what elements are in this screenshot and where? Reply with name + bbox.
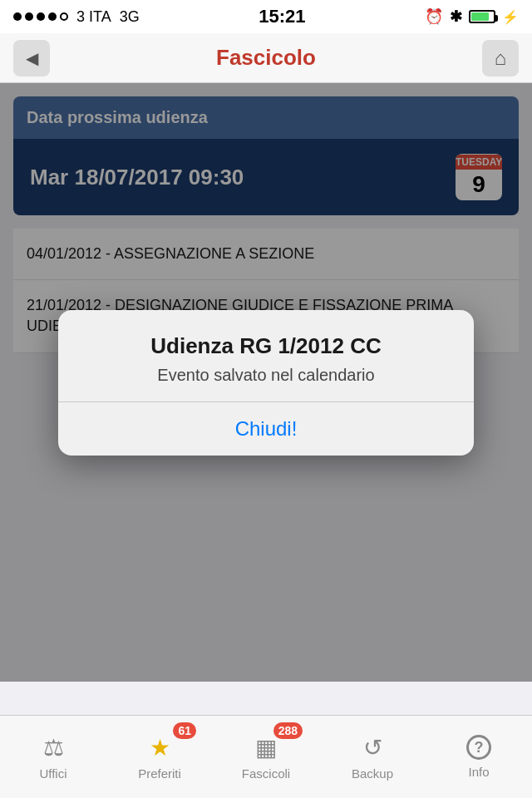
page-title: Fascicolo bbox=[216, 45, 316, 71]
battery-icon bbox=[469, 10, 495, 23]
home-icon: ⌂ bbox=[495, 47, 507, 70]
network-label: 3G bbox=[120, 8, 140, 26]
back-button[interactable]: ◀ bbox=[13, 40, 50, 76]
carrier-label: 3 ITA bbox=[76, 8, 111, 26]
status-right: ⏰ ✱ ⚡ bbox=[425, 7, 519, 26]
tab-fascicoli-label: Fascicoli bbox=[242, 766, 290, 781]
signal-dots bbox=[13, 12, 68, 21]
tab-info-label: Info bbox=[468, 765, 489, 779]
content-area: Data prossima udienza Mar 18/07/2017 09:… bbox=[0, 83, 532, 682]
tab-backup[interactable]: ↺ Backup bbox=[319, 716, 426, 798]
backup-icon: ↺ bbox=[363, 734, 382, 761]
dialog-body: Udienza RG 1/2012 CC Evento salvato nel … bbox=[58, 310, 474, 401]
fascicoli-badge: 288 bbox=[273, 722, 303, 739]
preferiti-icon: ★ bbox=[150, 734, 170, 761]
tab-uffici[interactable]: ⚖ Uffici bbox=[0, 716, 106, 798]
dialog-overlay: Udienza RG 1/2012 CC Evento salvato nel … bbox=[0, 83, 532, 682]
status-left: 3 ITA 3G bbox=[13, 8, 140, 26]
bluetooth-icon: ✱ bbox=[450, 7, 462, 26]
tab-bar: ⚖ Uffici 61 ★ Preferiti 288 ▦ Fascicoli … bbox=[0, 715, 532, 798]
uffici-icon: ⚖ bbox=[43, 734, 64, 761]
home-button[interactable]: ⌂ bbox=[482, 40, 519, 76]
tab-uffici-label: Uffici bbox=[39, 766, 66, 781]
clock-icon: ⏰ bbox=[425, 7, 443, 26]
preferiti-badge: 61 bbox=[173, 722, 196, 739]
nav-bar: ◀ Fascicolo ⌂ bbox=[0, 33, 532, 83]
status-time: 15:21 bbox=[259, 6, 305, 27]
tab-fascicoli[interactable]: 288 ▦ Fascicoli bbox=[213, 716, 319, 798]
tab-preferiti[interactable]: 61 ★ Preferiti bbox=[106, 716, 213, 798]
charging-icon: ⚡ bbox=[502, 9, 519, 25]
dialog-title: Udienza RG 1/2012 CC bbox=[78, 333, 454, 359]
status-bar: 3 ITA 3G 15:21 ⏰ ✱ ⚡ bbox=[0, 0, 532, 33]
tab-backup-label: Backup bbox=[352, 766, 393, 781]
tab-preferiti-label: Preferiti bbox=[138, 766, 181, 781]
tab-info[interactable]: ? Info bbox=[426, 716, 532, 798]
info-icon: ? bbox=[466, 735, 491, 760]
close-button[interactable]: Chiudi! bbox=[58, 402, 474, 456]
dialog: Udienza RG 1/2012 CC Evento salvato nel … bbox=[58, 310, 474, 456]
back-icon: ◀ bbox=[26, 48, 38, 68]
fascicoli-icon: ▦ bbox=[255, 734, 277, 761]
dialog-subtitle: Evento salvato nel calendario bbox=[78, 366, 454, 385]
